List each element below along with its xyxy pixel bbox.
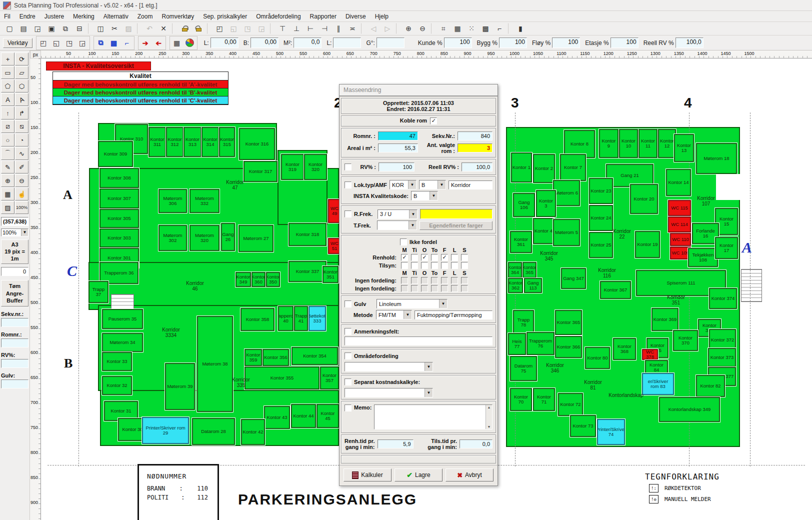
door-icon[interactable]: ⌐: [493, 22, 506, 34]
room[interactable]: Kontorlandskap 349: [659, 397, 720, 422]
zoom-select[interactable]: 100% ▼: [1, 228, 28, 236]
zoom-out-icon[interactable]: ⊖: [416, 22, 429, 34]
print-icon[interactable]: ⊟: [73, 22, 86, 34]
room[interactable]: Kontor 355: [244, 366, 320, 390]
align-left-icon[interactable]: ⊢: [304, 22, 317, 34]
arrow-next-icon[interactable]: ➔: [139, 37, 152, 49]
room[interactable]: Kontor 316: [239, 128, 275, 160]
room[interactable]: Kontor 19: [635, 231, 660, 258]
calculator-tool[interactable]: ▦: [1, 188, 14, 200]
room[interactable]: Kontor 24: [589, 205, 613, 231]
room[interactable]: Kontor 320: [304, 154, 327, 180]
room[interactable]: Kontor 314: [202, 127, 219, 157]
room[interactable]: Kontor 351: [322, 266, 338, 283]
room[interactable]: Kontor 45: [316, 404, 339, 428]
dialog-title[interactable]: Masseendring: [340, 84, 498, 96]
grid-snap-icon[interactable]: ▩: [479, 22, 492, 34]
renhold-day-To[interactable]: [431, 254, 438, 261]
curve-tool[interactable]: ∿: [15, 147, 28, 160]
memo-scrollbar[interactable]: ▲▼: [486, 405, 492, 429]
percent-value-field[interactable]: 100: [552, 38, 580, 48]
room[interactable]: Kontor 14: [666, 169, 691, 196]
room[interactable]: Pauserom 35: [102, 309, 143, 329]
ingen2-day-L[interactable]: [451, 285, 458, 292]
room[interactable]: Kontor 337: [288, 261, 326, 282]
room[interactable]: Kontor 308: [100, 168, 139, 188]
select-1-icon[interactable]: ◰: [37, 37, 50, 49]
room[interactable]: Bøttekott 333: [308, 306, 326, 331]
insta-select[interactable]: B▼: [411, 191, 438, 200]
room[interactable]: Kontor 305: [100, 209, 139, 228]
room[interactable]: Kontor 17: [715, 237, 738, 259]
room[interactable]: Kontor 309: [98, 141, 133, 167]
lock-closed-icon[interactable]: [178, 22, 191, 34]
paper-scale-button[interactable]: A319 pix =1m: [1, 240, 28, 264]
ruler-tool[interactable]: ⧄: [1, 120, 14, 133]
room[interactable]: Gang 347: [561, 268, 586, 289]
room[interactable]: Tekjøkken 108: [688, 248, 718, 267]
tils-tid-field[interactable]: 0,0: [460, 440, 492, 448]
room[interactable]: Kontor 366: [555, 336, 582, 358]
room[interactable]: Møterom 332: [190, 189, 220, 213]
room[interactable]: Møterom 320: [190, 225, 220, 251]
anmerkning-checkbox[interactable]: [344, 328, 352, 335]
room[interactable]: WC 115: [668, 200, 691, 216]
align-bottom-icon[interactable]: ⊥: [290, 22, 303, 34]
dim-value-field[interactable]: 0,00: [250, 38, 278, 48]
arc-tool[interactable]: ⌒: [1, 147, 14, 160]
ingen1-day-Ti[interactable]: [411, 277, 418, 284]
reell-rv-field[interactable]: 100,0: [462, 162, 492, 172]
pen-minus-tool[interactable]: ✐: [15, 160, 28, 174]
cut-icon[interactable]: ✂: [108, 22, 121, 34]
rfrek-select[interactable]: 3 / U▼: [378, 210, 418, 219]
room[interactable]: Kontor 11: [638, 129, 658, 158]
room[interactable]: Kontor 303: [100, 228, 139, 248]
room[interactable]: Kontor 315: [219, 127, 235, 157]
room[interactable]: Møterom 34: [102, 333, 143, 352]
sekvnr-field[interactable]: 840: [458, 132, 492, 140]
gulv-checkbox[interactable]: [344, 300, 352, 308]
room[interactable]: WC 110: [670, 233, 691, 246]
room[interactable]: Kontor 354: [292, 347, 338, 365]
menu-item-justere[interactable]: Justere: [44, 13, 64, 20]
room[interactable]: er/Skriver rom 83: [642, 373, 674, 395]
dim-value-field[interactable]: 0,00: [210, 38, 238, 48]
room[interactable]: Kontor 32: [102, 376, 132, 395]
center-v-icon[interactable]: ∥: [332, 22, 345, 34]
align-top-icon[interactable]: ⊤: [276, 22, 289, 34]
room[interactable]: Kontor 73: [570, 415, 596, 437]
zoom-100-tool[interactable]: 100%: [15, 201, 28, 214]
room[interactable]: Møterom 5: [553, 219, 580, 246]
room[interactable]: Gang 113: [524, 278, 542, 293]
room[interactable]: Kontor 70: [510, 388, 532, 411]
room[interactable]: Kontor 23: [589, 178, 613, 204]
koble-rom-checkbox[interactable]: ✓: [430, 118, 437, 124]
chevron-down-icon[interactable]: ▼: [21, 229, 28, 236]
room[interactable]: Trapp 37: [88, 281, 108, 303]
rect-rotate-tool[interactable]: ▱: [15, 66, 28, 79]
zoom-out-tool[interactable]: ⊖: [15, 174, 28, 187]
polygon-rotate-tool[interactable]: ⬡: [15, 80, 28, 92]
undo-icon[interactable]: ↶: [143, 22, 156, 34]
sidebar-field-input[interactable]: [1, 318, 28, 327]
room[interactable]: WC 114: [668, 216, 691, 232]
omrade-select[interactable]: ▼: [344, 362, 433, 372]
room[interactable]: Kontor 72: [558, 393, 583, 416]
room[interactable]: Møterom 27: [238, 225, 274, 252]
room[interactable]: Kontor 43: [264, 406, 290, 429]
open-folder-icon[interactable]: ▤: [17, 22, 30, 34]
kalkuler-button[interactable]: Kalkuler: [344, 468, 392, 482]
align-right-icon[interactable]: ⊣: [318, 22, 331, 34]
room[interactable]: Kontor 44: [291, 404, 316, 428]
anmerkning-input[interactable]: [344, 336, 492, 346]
room[interactable]: Kontor 71: [533, 388, 555, 411]
menu-item-omr-defordeling[interactable]: Områdefordeling: [256, 13, 300, 20]
room[interactable]: Trapperom 76: [526, 332, 554, 355]
text-rotate-tool[interactable]: A: [15, 93, 28, 106]
room[interactable]: Møterom 18: [696, 143, 737, 174]
dim-value-field[interactable]: [376, 38, 404, 48]
ingen1-day-S[interactable]: [461, 277, 468, 284]
arrow-tool[interactable]: ↑: [1, 106, 14, 120]
room[interactable]: Kontor 373: [708, 348, 736, 367]
tilsyn-day-To[interactable]: [431, 262, 438, 269]
